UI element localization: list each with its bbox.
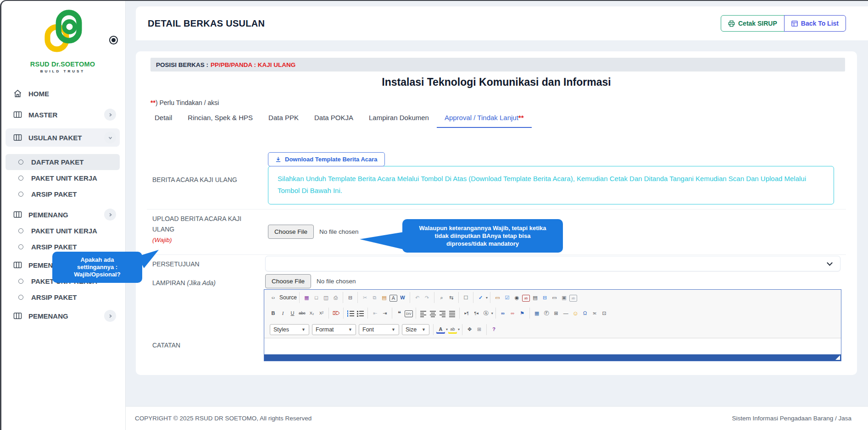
paste-icon[interactable]: ▤ <box>380 293 389 302</box>
iframe-icon[interactable]: ⊡ <box>600 309 609 318</box>
caret-down-icon[interactable]: ▾ <box>458 327 460 331</box>
sidebar-item-pemenang[interactable]: PEMENANG <box>6 206 120 223</box>
sidebar-item-arsip-paket-sub-11[interactable]: ARSIP PAKET <box>6 289 120 305</box>
save-icon[interactable]: ▦ <box>302 293 311 302</box>
table-icon[interactable]: ⊞ <box>552 309 561 318</box>
select-all-icon[interactable]: ☐ <box>462 293 470 302</box>
superscript-icon[interactable]: X² <box>317 309 326 318</box>
chevron-right-button[interactable] <box>104 209 116 221</box>
copy-icon[interactable]: ⧉ <box>370 293 379 302</box>
find-icon[interactable]: ⌕ <box>437 293 446 302</box>
bold-icon[interactable]: B <box>269 309 278 318</box>
form-icon[interactable]: ▭ <box>493 293 502 302</box>
chevron-right-button[interactable] <box>104 310 116 322</box>
editor-resize-grip[interactable] <box>835 355 840 360</box>
align-right-icon[interactable] <box>438 309 447 318</box>
button-icon[interactable]: ▭ <box>550 293 559 302</box>
persetujuan-select[interactable] <box>265 256 840 271</box>
replace-icon[interactable]: ⇆ <box>447 293 456 302</box>
text-direction-rtl-icon[interactable]: ¶◂ <box>472 309 481 318</box>
flash-icon[interactable]: Ⓕ <box>542 309 551 318</box>
cetak-sirup-button[interactable]: Cetak SIRUP <box>721 15 785 32</box>
image-icon[interactable]: ▦ <box>533 309 541 318</box>
caret-down-icon[interactable]: ▾ <box>486 296 488 300</box>
link-icon[interactable]: ∞ <box>499 309 507 318</box>
page-break-icon[interactable]: ≍ <box>590 309 599 318</box>
remove-format-icon[interactable]: ⌦ <box>332 309 340 318</box>
selection-field-icon[interactable]: ⊟ <box>540 293 549 302</box>
templates-icon[interactable]: ⊟ <box>346 293 355 302</box>
underline-icon[interactable]: U <box>288 309 297 318</box>
unlink-icon[interactable]: ∞ <box>508 309 517 318</box>
download-template-button[interactable]: Download Template Berita Acara <box>268 152 385 166</box>
show-blocks-icon[interactable]: ⊞ <box>475 325 484 334</box>
align-left-icon[interactable] <box>419 309 428 318</box>
tab-approval-tindak-lanjut[interactable]: Approval / Tindak Lanjut** <box>437 109 532 128</box>
smiley-icon[interactable]: ☺ <box>571 309 580 318</box>
sidebar-item-home[interactable]: HOME <box>6 85 120 102</box>
source-label[interactable]: Source <box>279 294 297 301</box>
strikethrough-icon[interactable]: abc <box>298 309 306 318</box>
sidebar-toggle[interactable] <box>109 36 118 44</box>
italic-icon[interactable]: I <box>278 309 287 318</box>
tab-detail[interactable]: Detail <box>147 109 180 128</box>
align-center-icon[interactable] <box>428 309 437 318</box>
caret-down-icon[interactable]: ▾ <box>491 311 493 315</box>
sidebar-item-arsip-paket-sub-5[interactable]: ARSIP PAKET <box>6 186 120 202</box>
cut-icon[interactable]: ✂ <box>361 293 369 302</box>
text-field-icon[interactable]: ab <box>522 295 530 302</box>
subscript-icon[interactable]: X₂ <box>307 309 316 318</box>
size-dropdown[interactable]: Size▼ <box>402 324 429 335</box>
caret-down-icon[interactable]: ▾ <box>446 327 448 331</box>
radio-button-icon[interactable]: ◉ <box>512 293 521 302</box>
choose-file-button-upload[interactable]: Choose File <box>268 225 314 239</box>
editor-content[interactable] <box>264 338 841 354</box>
sidebar-item-paket-unit-kerja-sub-7[interactable]: PAKET UNIT KERJA <box>6 223 120 239</box>
decrease-indent-icon[interactable]: ⇤ <box>371 309 379 318</box>
div-container-icon[interactable]: DIV <box>405 310 413 317</box>
chevron-down-button[interactable] <box>104 132 116 143</box>
sidebar-item-usulan-paket[interactable]: USULAN PAKET <box>6 128 120 147</box>
tab-data-pokja[interactable]: Data POKJA <box>306 109 361 128</box>
spell-check-icon[interactable]: ✓ <box>476 293 485 302</box>
about-icon[interactable]: ? <box>490 325 498 334</box>
maximize-icon[interactable]: ✥ <box>465 325 474 334</box>
preview-icon[interactable]: ◫ <box>322 293 330 302</box>
special-character-icon[interactable]: Ω <box>581 309 590 318</box>
redo-icon[interactable]: ↷ <box>423 293 431 302</box>
checkbox-icon[interactable]: ☑ <box>503 293 512 302</box>
new-page-icon[interactable]: □ <box>312 293 321 302</box>
text-color-icon[interactable]: A <box>436 325 445 334</box>
blockquote-icon[interactable]: ❝ <box>395 309 404 318</box>
horizontal-rule-icon[interactable]: ― <box>562 309 570 318</box>
background-color-icon[interactable]: ab <box>448 325 457 334</box>
format-dropdown[interactable]: Format▼ <box>312 324 356 335</box>
align-justify-icon[interactable] <box>448 309 456 318</box>
anchor-icon[interactable]: ⚑ <box>518 309 527 318</box>
image-button-icon[interactable]: ▣ <box>560 293 568 302</box>
hidden-field-icon[interactable]: ab <box>569 295 577 302</box>
sidebar-item-paket-unit-kerja-sub-4[interactable]: PAKET UNIT KERJA <box>6 170 120 186</box>
text-direction-ltr-icon[interactable]: ▸¶ <box>462 309 471 318</box>
textarea-icon[interactable]: ▤ <box>531 293 540 302</box>
sidebar-item-master[interactable]: MASTER <box>6 106 120 123</box>
tab-data-ppk[interactable]: Data PPK <box>261 109 306 128</box>
font-dropdown[interactable]: Font▼ <box>359 324 399 335</box>
styles-dropdown[interactable]: Styles▼ <box>270 324 309 335</box>
paste-from-word-icon[interactable]: W <box>398 293 407 302</box>
undo-icon[interactable]: ↶ <box>413 293 422 302</box>
chevron-right-button[interactable] <box>104 109 116 121</box>
sidebar-item-pemenang[interactable]: PEMENANG <box>6 308 120 324</box>
increase-indent-icon[interactable]: ⇥ <box>380 309 389 318</box>
source-icon[interactable]: ‹› <box>269 293 278 302</box>
back-to-list-button[interactable]: Back To List <box>784 15 846 32</box>
print-icon[interactable]: ⎙ <box>331 293 340 302</box>
language-icon[interactable]: Ⓐ <box>482 309 490 318</box>
choose-file-button-lampiran[interactable]: Choose File <box>265 274 311 288</box>
tab-rincian-spek-hps[interactable]: Rincian, Spek & HPS <box>180 109 261 128</box>
paste-plain-text-icon[interactable]: A <box>389 295 397 302</box>
bulleted-list-icon[interactable] <box>356 309 365 318</box>
numbered-list-icon[interactable] <box>346 309 355 318</box>
tab-lampiran-dokumen[interactable]: Lampiran Dokumen <box>361 109 437 128</box>
sidebar-item-daftar-paket-sub-3[interactable]: DAFTAR PAKET <box>6 154 120 170</box>
